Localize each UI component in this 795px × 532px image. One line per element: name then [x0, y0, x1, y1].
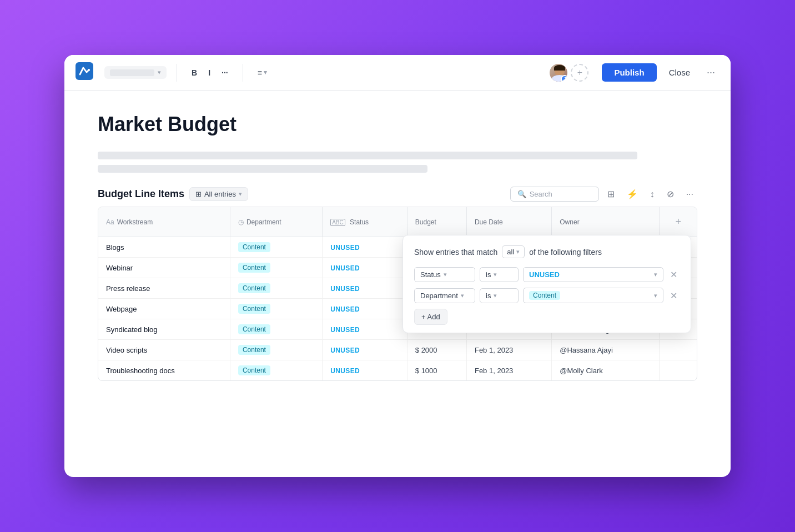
toolbar-divider — [177, 64, 177, 82]
publish-button[interactable]: Publish — [602, 63, 656, 82]
cell-workstream: Blogs — [98, 237, 230, 258]
all-entries-chevron-icon: ▾ — [239, 190, 242, 198]
svg-rect-0 — [76, 62, 93, 80]
grid-view-button[interactable]: ⊞ — [603, 186, 618, 202]
filter-match-label: all — [507, 248, 514, 256]
filter-field-department-label: Department — [420, 292, 458, 300]
align-chevron-icon: ▾ — [264, 69, 267, 76]
filter-header-text: Show entries that match — [414, 248, 497, 257]
filter-field-status[interactable]: Status ▾ — [414, 267, 475, 282]
cell-workstream: Press release — [98, 278, 230, 299]
cell-department: Content — [230, 340, 322, 360]
all-entries-button[interactable]: ⊞ All entries ▾ — [189, 187, 248, 201]
search-input[interactable]: 🔍 Search — [510, 187, 599, 202]
cell-workstream: Video scripts — [98, 340, 230, 360]
cell-department: Content — [230, 360, 322, 381]
filter-remove-status-button[interactable]: ✕ — [668, 268, 680, 281]
filter-op-department-label: is — [486, 292, 491, 300]
col-status: ABC Status — [323, 207, 407, 237]
bold-button[interactable]: B — [187, 66, 202, 79]
col-budget: Budget — [407, 207, 466, 237]
filter-field-chevron-icon: ▾ — [444, 271, 447, 278]
cell-extra — [660, 340, 697, 360]
table-header-row: AaWorkstream ◷Department ABC Status Budg… — [98, 207, 697, 237]
cell-workstream: Syndicated blog — [98, 319, 230, 340]
cell-owner: @Hassana Ajayi — [552, 340, 660, 360]
db-toolbar: 🔍 Search ⊞ ⚡ ↕ ⊘ ··· — [510, 186, 697, 202]
cell-status: UNUSED — [323, 258, 407, 278]
cell-status: UNUSED — [323, 299, 407, 319]
cell-department: Content — [230, 258, 322, 278]
filter-button[interactable]: ⚡ — [623, 186, 642, 202]
search-icon: 🔍 — [517, 190, 526, 198]
filter-op-department[interactable]: is ▾ — [480, 288, 519, 303]
col-workstream: AaWorkstream — [98, 207, 230, 237]
cell-workstream: Webinar — [98, 258, 230, 278]
filter-field-status-label: Status — [420, 270, 441, 279]
cell-department: Content — [230, 299, 322, 319]
col-owner: Owner — [552, 207, 660, 237]
breadcrumb[interactable]: ▾ — [104, 66, 167, 79]
cell-workstream: Troubleshooting docs — [98, 360, 230, 381]
all-entries-label: All entries — [204, 190, 236, 198]
more-format-button[interactable]: ··· — [217, 66, 233, 79]
filter-value-department[interactable]: Content ▾ — [523, 288, 663, 303]
grid-small-icon: ⊞ — [195, 190, 202, 198]
avatar-badge: J — [561, 75, 568, 83]
filter-op-status-label: is — [486, 270, 491, 279]
cell-budget: $ 2000 — [407, 340, 466, 360]
cell-budget: $ 1000 — [407, 360, 466, 381]
more-options-button[interactable]: ··· — [702, 64, 719, 81]
sort-button[interactable]: ↕ — [646, 187, 658, 202]
filter-header: Show entries that match all ▾ of the fol… — [414, 245, 680, 258]
skeleton-line-2 — [98, 165, 427, 173]
italic-button[interactable]: I — [204, 66, 215, 79]
cell-status: UNUSED — [323, 278, 407, 299]
cell-department: Content — [230, 237, 322, 258]
filter-value-status[interactable]: UNUSED ▾ — [523, 267, 663, 282]
align-group: ≡ ▾ — [253, 66, 271, 79]
add-collaborator-button[interactable]: + — [571, 64, 588, 82]
filter-op-chevron-icon: ▾ — [494, 271, 497, 278]
cell-workstream: Webpage — [98, 299, 230, 319]
filter-value-chevron-icon: ▾ — [654, 271, 657, 278]
more-table-options-button[interactable]: ··· — [682, 187, 697, 202]
filter-value-dept-chevron-icon: ▾ — [654, 292, 657, 299]
breadcrumb-chevron-icon: ▾ — [158, 69, 161, 76]
app-window: ▾ B I ··· ≡ ▾ — [64, 55, 731, 477]
align-button[interactable]: ≡ ▾ — [253, 66, 271, 79]
filter-popup: Show entries that match all ▾ of the fol… — [402, 235, 691, 333]
filter-match-chevron-icon: ▾ — [516, 248, 520, 255]
col-add: + — [660, 207, 697, 237]
filter-row-status: Status ▾ is ▾ UNUSED ▾ ✕ — [414, 267, 680, 282]
toolbar-divider2 — [243, 64, 243, 82]
filter-remove-department-button[interactable]: ✕ — [668, 289, 680, 302]
db-header-row: Budget Line Items ⊞ All entries ▾ 🔍 Sear… — [98, 186, 697, 202]
cell-status: UNUSED — [323, 319, 407, 340]
cell-department: Content — [230, 278, 322, 299]
db-title: Budget Line Items — [98, 188, 184, 200]
col-department: ◷Department — [230, 207, 322, 237]
app-logo — [76, 62, 93, 83]
svg-point-1 — [88, 69, 90, 71]
close-button[interactable]: Close — [663, 63, 696, 82]
filter-match-select[interactable]: all ▾ — [502, 245, 525, 258]
filter-field-dept-chevron-icon: ▾ — [461, 292, 464, 299]
avatar: J — [549, 63, 568, 83]
db-table-wrapper: AaWorkstream ◷Department ABC Status Budg… — [98, 207, 697, 381]
format-group: B I ··· — [187, 66, 233, 79]
filter-suffix-text: of the following filters — [529, 248, 602, 257]
content-area: Market Budget Budget Line Items ⊞ All en… — [64, 91, 731, 477]
hide-fields-button[interactable]: ⊘ — [663, 186, 678, 202]
align-icon: ≡ — [258, 68, 262, 77]
database-section: Budget Line Items ⊞ All entries ▾ 🔍 Sear… — [98, 186, 697, 381]
filter-field-department[interactable]: Department ▾ — [414, 288, 475, 303]
toolbar-users: J + — [549, 63, 588, 83]
filter-add-button[interactable]: + Add — [414, 309, 447, 325]
filter-op-status[interactable]: is ▾ — [480, 267, 519, 282]
filter-value-status-label: UNUSED — [529, 270, 560, 279]
cell-status: UNUSED — [323, 340, 407, 360]
cell-status: UNUSED — [323, 237, 407, 258]
add-column-button[interactable]: + — [667, 212, 689, 232]
skeleton-line-1 — [98, 152, 637, 159]
